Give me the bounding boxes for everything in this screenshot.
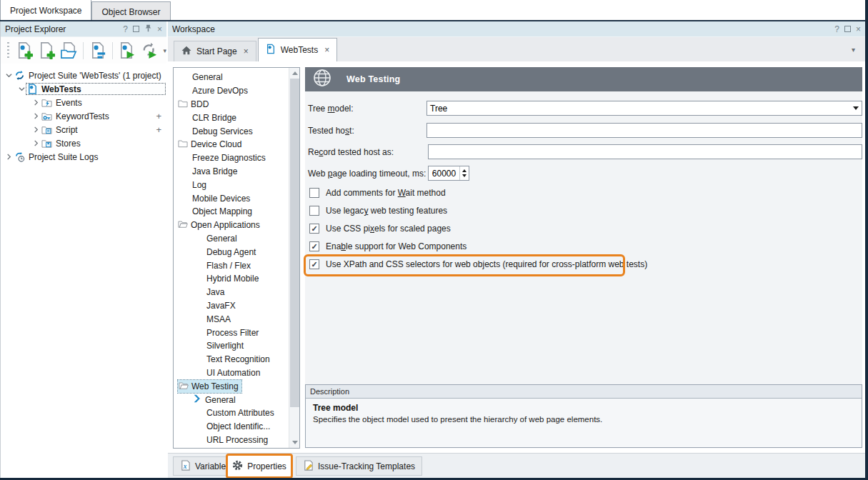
add-project-item-icon[interactable] bbox=[38, 41, 56, 60]
settings-item-silverlight[interactable]: Silverlight bbox=[174, 339, 299, 353]
maximize-icon[interactable] bbox=[844, 26, 851, 32]
chevron-right-icon[interactable] bbox=[4, 154, 14, 160]
settings-item-azure-devops[interactable]: Azure DevOps bbox=[174, 84, 299, 98]
run-project-icon[interactable] bbox=[118, 41, 136, 60]
settings-item-log[interactable]: Log bbox=[174, 178, 299, 191]
checkbox-web-components[interactable]: ✓ Enable support for Web Components bbox=[309, 241, 467, 252]
settings-item-object-mapping[interactable]: Object Mapping bbox=[174, 205, 299, 219]
settings-item-javafx[interactable]: JavaFX bbox=[174, 299, 299, 313]
tab-properties[interactable]: Properties bbox=[226, 454, 293, 479]
tested-host-input[interactable] bbox=[426, 123, 862, 138]
timeout-spinner[interactable]: 60000 bbox=[428, 166, 469, 181]
settings-item-url-processing[interactable]: URL Processing bbox=[174, 434, 299, 447]
checkbox-label: Use CSS pixels for scaled pages bbox=[326, 224, 451, 234]
settings-item-clr-bridge[interactable]: CLR Bridge bbox=[174, 111, 299, 124]
settings-item-open-applications[interactable]: Open Applications bbox=[174, 219, 299, 232]
variables-icon: x bbox=[180, 460, 191, 473]
chevron-right-icon[interactable] bbox=[31, 113, 41, 119]
tree-item-label: Script bbox=[56, 125, 78, 135]
settings-item-freeze-diagnostics[interactable]: Freeze Diagnostics bbox=[174, 151, 299, 165]
settings-item-object-identification[interactable]: Object Identific... bbox=[174, 420, 299, 434]
tree-item-project-suite-logs[interactable]: Project Suite Logs bbox=[1, 150, 166, 164]
maximize-icon[interactable] bbox=[133, 26, 139, 32]
chevron-right-icon[interactable] bbox=[31, 126, 41, 133]
settings-item-process-filter[interactable]: Process Filter bbox=[174, 326, 299, 339]
run-project-suite-icon[interactable] bbox=[140, 41, 159, 60]
home-icon bbox=[181, 46, 191, 57]
settings-item-java[interactable]: Java bbox=[174, 286, 299, 299]
add-project-suite-icon[interactable] bbox=[16, 41, 34, 60]
scroll-up-icon[interactable] bbox=[289, 68, 300, 79]
checkbox-add-comments-wait[interactable]: Add comments for Wait method bbox=[309, 187, 446, 199]
settings-item-device-cloud[interactable]: Device Cloud bbox=[174, 138, 299, 151]
settings-item-web-testing-general[interactable]: General bbox=[174, 393, 299, 406]
combo-arrow-icon[interactable] bbox=[850, 106, 862, 110]
tab-label: Variables bbox=[195, 461, 230, 471]
settings-item-debug-services[interactable]: Debug Services bbox=[174, 124, 299, 138]
add-item-button[interactable]: + bbox=[156, 124, 161, 135]
toolbar-grip[interactable] bbox=[7, 42, 9, 59]
spin-up-icon[interactable] bbox=[462, 169, 467, 172]
tree-item-stores[interactable]: Stores bbox=[1, 136, 166, 150]
settings-item-general[interactable]: General bbox=[174, 71, 299, 84]
add-item-button[interactable]: + bbox=[156, 111, 161, 121]
help-icon[interactable]: ? bbox=[834, 25, 839, 34]
scrollbar-thumb[interactable] bbox=[290, 79, 299, 407]
folder-icon bbox=[178, 99, 188, 110]
open-file-icon[interactable] bbox=[59, 41, 78, 60]
close-tab-icon[interactable]: × bbox=[324, 45, 329, 55]
tab-label: Issue-Tracking Templates bbox=[318, 461, 415, 471]
settings-item-msaa[interactable]: MSAA bbox=[174, 312, 299, 326]
checkbox[interactable] bbox=[309, 206, 319, 216]
scroll-down-icon[interactable] bbox=[289, 437, 300, 448]
svg-text:x: x bbox=[183, 463, 187, 470]
help-icon[interactable]: ? bbox=[123, 25, 128, 34]
checkbox-css-pixels[interactable]: ✓ Use CSS pixels for scaled pages bbox=[309, 223, 451, 234]
settings-item-bdd[interactable]: BDD bbox=[174, 98, 299, 111]
checkbox[interactable]: ✓ bbox=[309, 224, 319, 234]
settings-item-custom-attributes[interactable]: Custom Attributes bbox=[174, 406, 299, 420]
settings-item-ui-automation[interactable]: UI Automation bbox=[174, 366, 299, 380]
stores-folder-icon bbox=[41, 138, 53, 149]
tab-project-workspace[interactable]: Project Workspace bbox=[0, 0, 91, 20]
close-icon[interactable]: × bbox=[856, 25, 861, 34]
chevron-down-icon[interactable] bbox=[4, 72, 14, 79]
pin-icon[interactable] bbox=[144, 24, 152, 34]
tab-issue-tracking-templates[interactable]: Issue-Tracking Templates bbox=[296, 456, 422, 476]
tree-item-webtests[interactable]: WebTests bbox=[1, 82, 166, 96]
bottom-tab-strip: x Variables Properties Issue-Tracking Te… bbox=[168, 453, 865, 479]
tree-item-project-suite[interactable]: Project Suite 'WebTests' (1 project) bbox=[1, 69, 166, 82]
tree-item-events[interactable]: Events bbox=[1, 96, 166, 109]
chevron-down-icon[interactable] bbox=[16, 86, 26, 92]
settings-item-hybrid-mobile[interactable]: Hybrid Mobile bbox=[174, 272, 299, 286]
settings-item-mobile-devices[interactable]: Mobile Devices bbox=[174, 191, 299, 205]
close-icon[interactable]: × bbox=[157, 25, 162, 34]
tab-label: Start Page bbox=[196, 46, 237, 56]
checkbox-legacy-web-testing[interactable]: Use legacy web testing features bbox=[309, 205, 447, 216]
project-suite-logs-icon bbox=[14, 151, 26, 162]
tab-start-page[interactable]: Start Page × bbox=[174, 41, 256, 61]
tab-label: WebTests bbox=[281, 45, 318, 55]
settings-list-scrollbar[interactable] bbox=[289, 68, 299, 448]
settings-item-flash-flex[interactable]: Flash / Flex bbox=[174, 259, 299, 272]
settings-item-text-recognition[interactable]: Text Recognition bbox=[174, 353, 299, 366]
organize-items-icon[interactable] bbox=[89, 41, 107, 60]
settings-item-debug-agent[interactable]: Debug Agent bbox=[174, 245, 299, 259]
chevron-right-icon[interactable] bbox=[31, 99, 41, 106]
tab-object-browser[interactable]: Object Browser bbox=[91, 1, 170, 20]
tree-item-keywordtests[interactable]: KeywordTests + bbox=[1, 109, 166, 123]
checkbox[interactable]: ✓ bbox=[309, 241, 319, 251]
tab-list-caret-icon[interactable]: ▾ bbox=[852, 46, 855, 54]
spin-down-icon[interactable] bbox=[462, 174, 467, 177]
tree-model-dropdown[interactable]: Tree bbox=[426, 101, 862, 116]
tab-webtests[interactable]: WebTests × bbox=[258, 38, 337, 61]
tree-item-script[interactable]: Script + bbox=[1, 123, 166, 136]
top-tab-bar: Project Workspace Object Browser bbox=[0, 0, 865, 21]
checkbox[interactable] bbox=[309, 188, 319, 198]
settings-item-web-testing[interactable]: Web Testing bbox=[174, 379, 299, 393]
settings-item-open-apps-general[interactable]: General bbox=[174, 232, 299, 246]
close-tab-icon[interactable]: × bbox=[244, 46, 249, 56]
chevron-right-icon[interactable] bbox=[31, 140, 41, 146]
settings-item-java-bridge[interactable]: Java Bridge bbox=[174, 165, 299, 179]
record-host-input[interactable] bbox=[428, 144, 862, 159]
